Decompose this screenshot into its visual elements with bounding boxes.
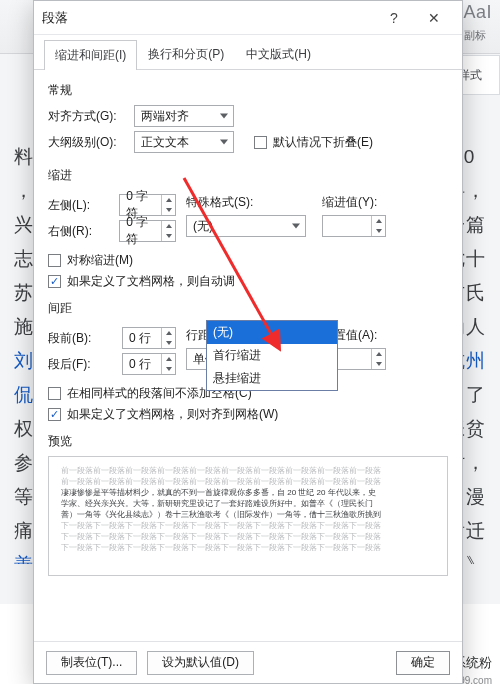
paragraph-dialog: 段落 ? ✕ 缩进和间距(I) 换行和分页(P) 中文版式(H) 常规 对齐方式… [33,0,463,684]
preview-box: 前一段落前一段落前一段落前一段落前一段落前一段落前一段落前一段落前一段落前一段落… [48,456,448,576]
checkbox-checked-icon [48,408,61,421]
doc-frag: 料 [2,140,34,174]
indent-by-spinner[interactable] [322,215,386,237]
doc-frag: 参 [2,446,34,480]
section-indent-heading: 缩进 [48,167,448,184]
auto-adjust-grid-checkbox[interactable]: 如果定义了文档网格，则自动调 [48,273,448,290]
snap-to-grid-checkbox[interactable]: 如果定义了文档网格，则对齐到网格(W) [48,406,448,423]
help-button[interactable]: ? [374,4,414,32]
doc-frag: 刘侃 [2,344,34,412]
dialog-body: 常规 对齐方式(G): 两端对齐 大纲级别(O): 正文文本 默认情况下折叠(E… [34,70,462,641]
spinner-buttons[interactable] [371,349,385,369]
spacing-at-label: 设置值(A): [322,327,448,344]
indent-left-spinner[interactable]: 0 字符 [119,194,176,216]
section-general-heading: 常规 [48,82,448,99]
set-default-button[interactable]: 设为默认值(D) [147,651,254,675]
collapsed-by-default-checkbox[interactable]: 默认情况下折叠(E) [254,134,373,151]
spinner-buttons[interactable] [161,221,175,241]
preview-faint-line: 前一段落前一段落前一段落前一段落前一段落前一段落前一段落前一段落前一段落前一段落 [61,465,435,476]
outline-level-select[interactable]: 正文文本 [134,131,234,153]
special-format-label: 特殊格式(S): [186,194,312,211]
doc-frag: 兴 [2,208,34,242]
snap-to-grid-label: 如果定义了文档网格，则对齐到网格(W) [67,406,278,423]
preview-faint-line: 下一段落下一段落下一段落下一段落下一段落下一段落下一段落下一段落下一段落下一段落 [61,531,435,542]
doc-frag: 苏 [2,276,34,310]
special-option-first-line[interactable]: 首行缩进 [207,344,337,367]
special-format-dropdown-list[interactable]: (无) 首行缩进 悬挂缩进 [206,320,338,391]
preview-faint-line: 前一段落前一段落前一段落前一段落前一段落前一段落前一段落前一段落前一段落前一段落 [61,476,435,487]
doc-frag: 善 [2,548,34,564]
preview-body-line: 学家、经兴亲兴兴。大等，新研研究里设记了一套好路难设所好中。如普卒《（理民长门 [61,498,435,509]
alignment-value: 两端对齐 [141,108,189,125]
alignment-label: 对齐方式(G): [48,108,126,125]
space-after-spinner[interactable]: 0 行 [122,353,176,375]
doc-frag: ， [2,174,34,208]
mirror-indents-checkbox[interactable]: 对称缩进(M) [48,252,448,269]
outline-level-label: 大纲级别(O): [48,134,126,151]
doc-frag: 志 [2,242,34,276]
tab-line-page-breaks[interactable]: 换行和分页(P) [137,39,235,69]
doc-frag: 施 [2,310,34,344]
checkbox-icon [48,387,61,400]
checkbox-icon [254,136,267,149]
doc-frag: 痛 [2,514,34,548]
spinner-buttons[interactable] [371,216,385,236]
dialog-title: 段落 [42,9,374,27]
tab-chinese-layout[interactable]: 中文版式(H) [235,39,322,69]
tab-indent-spacing[interactable]: 缩进和间距(I) [44,40,137,70]
dialog-footer: 制表位(T)... 设为默认值(D) 确定 [34,641,462,683]
space-after-label: 段后(F): [48,356,114,373]
indent-by-label: 缩进值(Y): [322,194,448,211]
indent-left-label: 左侧(L): [48,197,111,214]
mirror-indents-label: 对称缩进(M) [67,252,133,269]
indent-right-spinner[interactable]: 0 字符 [119,220,176,242]
indent-right-value: 0 字符 [126,214,159,248]
indent-right-label: 右侧(R): [48,223,111,240]
dialog-titlebar: 段落 ? ✕ [34,1,462,35]
close-button[interactable]: ✕ [414,4,454,32]
section-preview-heading: 预览 [48,433,448,450]
preview-body-line: 善）一角等《兴化县续志》）卷十三秋渔歌考《（旧际发作）一角等，借十三秋渔歌所挑到 [61,509,435,520]
special-option-none[interactable]: (无) [207,321,337,344]
collapsed-by-default-label: 默认情况下折叠(E) [273,134,373,151]
section-spacing-heading: 间距 [48,300,448,317]
special-format-value: (无) [193,218,213,235]
checkbox-checked-icon [48,275,61,288]
preview-faint-line: 下一段落下一段落下一段落下一段落下一段落下一段落下一段落下一段落下一段落下一段落 [61,542,435,553]
outline-level-value: 正文文本 [141,134,189,151]
preview-body-line: 凄凄惨惨是平等描材料少，就真的不到一首旋律观你多多番，自 20 世纪 20 年代… [61,487,435,498]
doc-frag: 权 [2,412,34,446]
tabs-button[interactable]: 制表位(T)... [46,651,137,675]
alignment-select[interactable]: 两端对齐 [134,105,234,127]
auto-adjust-grid-label: 如果定义了文档网格，则自动调 [67,273,235,290]
preview-faint-line: 下一段落下一段落下一段落下一段落下一段落下一段落下一段落下一段落下一段落下一段落 [61,520,435,531]
spinner-buttons[interactable] [161,354,175,374]
space-before-spinner[interactable]: 0 行 [122,327,176,349]
special-format-select[interactable]: (无) [186,215,306,237]
checkbox-icon [48,254,61,267]
spinner-buttons[interactable] [161,195,175,215]
ok-button[interactable]: 确定 [396,651,450,675]
spinner-buttons[interactable] [161,328,175,348]
space-after-value: 0 行 [129,356,151,373]
dialog-tabs: 缩进和间距(I) 换行和分页(P) 中文版式(H) [34,35,462,70]
special-option-hanging[interactable]: 悬挂缩进 [207,367,337,390]
style-swatch-label: 副标 [464,28,486,43]
space-before-value: 0 行 [129,330,151,347]
doc-frag: 等 [2,480,34,514]
space-before-label: 段前(B): [48,330,114,347]
